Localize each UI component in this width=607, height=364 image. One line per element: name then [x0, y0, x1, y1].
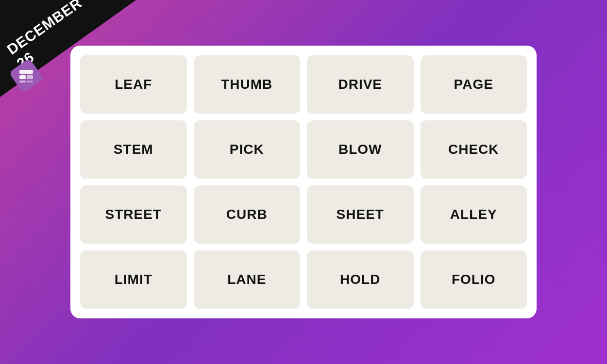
game-board: LEAFTHUMBDRIVEPAGESTEMPICKBLOWCHECKSTREE… — [70, 46, 537, 318]
word-label-thumb: THUMB — [221, 77, 272, 92]
word-card-blow[interactable]: BLOW — [307, 120, 414, 179]
word-card-folio[interactable]: FOLIO — [421, 250, 527, 309]
word-card-leaf[interactable]: LEAF — [80, 55, 187, 114]
word-label-lane: LANE — [227, 272, 266, 287]
svg-rect-3 — [19, 81, 26, 83]
svg-rect-2 — [27, 75, 33, 79]
word-label-stem: STEM — [114, 142, 153, 157]
word-label-folio: FOLIO — [452, 272, 496, 287]
word-card-stem[interactable]: STEM — [80, 120, 187, 179]
word-card-drive[interactable]: DRIVE — [307, 55, 414, 114]
word-label-pick: PICK — [230, 142, 264, 157]
word-label-alley: ALLEY — [450, 207, 497, 222]
word-card-thumb[interactable]: THUMB — [194, 55, 301, 114]
word-card-lane[interactable]: LANE — [194, 250, 301, 309]
word-card-alley[interactable]: ALLEY — [421, 185, 527, 244]
word-card-limit[interactable]: LIMIT — [80, 250, 187, 309]
word-card-pick[interactable]: PICK — [194, 120, 301, 179]
word-card-street[interactable]: STREET — [80, 185, 187, 244]
word-label-drive: DRIVE — [338, 77, 382, 92]
word-label-curb: CURB — [226, 207, 268, 222]
word-card-hold[interactable]: HOLD — [307, 250, 414, 309]
svg-rect-4 — [27, 81, 33, 83]
word-label-leaf: LEAF — [115, 77, 152, 92]
svg-rect-0 — [19, 70, 33, 74]
word-label-blow: BLOW — [338, 142, 382, 157]
word-label-limit: LIMIT — [115, 272, 152, 287]
word-card-sheet[interactable]: SHEET — [307, 185, 414, 244]
word-label-hold: HOLD — [340, 272, 380, 287]
word-card-check[interactable]: CHECK — [421, 120, 527, 179]
word-card-curb[interactable]: CURB — [194, 185, 301, 244]
word-label-sheet: SHEET — [337, 207, 384, 222]
word-label-street: STREET — [105, 207, 162, 222]
word-label-check: CHECK — [448, 142, 499, 157]
word-card-page[interactable]: PAGE — [421, 55, 527, 114]
svg-rect-1 — [19, 75, 26, 79]
word-label-page: PAGE — [454, 77, 493, 92]
